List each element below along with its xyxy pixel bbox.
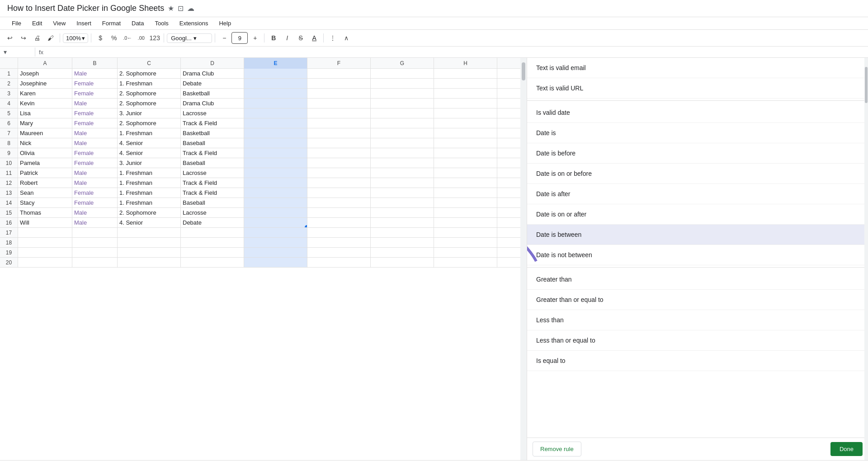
doc-title[interactable]: How to Insert Date Picker in Google Shee… (7, 4, 164, 13)
cell-activity[interactable]: Track & Field (181, 178, 244, 188)
cell-h[interactable] (434, 168, 497, 178)
cell-f[interactable] (307, 198, 371, 207)
col-header-d[interactable]: D (181, 58, 244, 69)
cell-g[interactable] (371, 188, 434, 198)
cell-g[interactable] (371, 89, 434, 98)
strikethrough-button[interactable]: S (294, 32, 307, 44)
cell-name[interactable]: Pamela (18, 158, 72, 168)
dropdown-item-text-valid-url[interactable]: Text is valid URL (527, 78, 868, 99)
cell-f[interactable] (307, 208, 371, 217)
menu-item-help[interactable]: Help (214, 18, 236, 28)
cell-ref-arrow[interactable]: ▾ (4, 48, 7, 56)
font-size-decrease-button[interactable]: − (218, 32, 231, 44)
font-size-increase-button[interactable]: + (249, 32, 261, 44)
redo-button[interactable]: ↪ (17, 32, 30, 44)
cell-name[interactable]: Kevin (18, 99, 72, 108)
empty-cell[interactable] (244, 228, 307, 237)
cell-f[interactable] (307, 69, 371, 78)
empty-cell[interactable] (434, 228, 497, 237)
col-header-g[interactable]: G (371, 58, 434, 69)
font-size-display[interactable]: 9 (231, 32, 248, 44)
cell-h[interactable] (434, 79, 497, 88)
cell-gender[interactable]: Female (72, 79, 118, 88)
col-header-c[interactable]: C (118, 58, 181, 69)
percent-button[interactable]: % (108, 32, 120, 44)
cell-grade[interactable]: 2. Sophomore (118, 89, 181, 98)
dropdown-item-greater-than[interactable]: Greater than (527, 269, 868, 290)
cell-h[interactable] (434, 108, 497, 118)
cell-g[interactable] (371, 198, 434, 207)
empty-cell[interactable] (181, 258, 244, 267)
empty-cell[interactable] (307, 238, 371, 247)
cell-g[interactable] (371, 148, 434, 158)
cell-name[interactable]: Thomas (18, 208, 72, 217)
cell-gender[interactable]: Female (72, 118, 118, 128)
cell-gender[interactable]: Male (72, 168, 118, 178)
cell-gender[interactable]: Male (72, 99, 118, 108)
cell-gender[interactable]: Female (72, 158, 118, 168)
cell-gender[interactable]: Male (72, 138, 118, 148)
empty-cell[interactable] (181, 228, 244, 237)
formula-input[interactable] (47, 49, 864, 56)
dropdown-item-date-is-between[interactable]: Date is between (527, 225, 868, 245)
more-options-button[interactable]: ⋮ (326, 32, 339, 44)
dropdown-item-less-than[interactable]: Less than (527, 310, 868, 330)
col-header-e[interactable]: E (244, 58, 307, 69)
cell-g[interactable] (371, 158, 434, 168)
cell-gender[interactable]: Male (72, 178, 118, 188)
cell-g[interactable] (371, 178, 434, 188)
cell-gender[interactable]: Female (72, 89, 118, 98)
cell-activity[interactable]: Debate (181, 79, 244, 88)
cell-grade[interactable]: 1. Freshman (118, 198, 181, 207)
empty-cell[interactable] (434, 238, 497, 247)
dropdown-item-date-is[interactable]: Date is (527, 123, 868, 143)
cell-h[interactable] (434, 158, 497, 168)
cell-name[interactable]: Will (18, 218, 72, 227)
decimal-dec-button[interactable]: .0← (121, 32, 134, 44)
zoom-selector[interactable]: 100% ▾ (63, 33, 88, 43)
cell-e[interactable] (244, 168, 307, 178)
cell-name[interactable]: Joseph (18, 69, 72, 78)
cell-f[interactable] (307, 128, 371, 138)
cell-reference-input[interactable] (9, 48, 31, 56)
cell-activity[interactable]: Track & Field (181, 188, 244, 198)
decimal-inc-button[interactable]: .00 (135, 32, 147, 44)
cell-activity[interactable]: Baseball (181, 198, 244, 207)
cell-grade[interactable]: 2. Sophomore (118, 69, 181, 78)
col-header-b[interactable]: B (72, 58, 118, 69)
folder-icon[interactable]: ⊡ (178, 4, 184, 13)
cell-e[interactable] (244, 99, 307, 108)
cell-gender[interactable]: Male (72, 69, 118, 78)
dropdown-item-is-equal-to[interactable]: Is equal to (527, 351, 868, 371)
cell-e[interactable] (244, 148, 307, 158)
cell-e[interactable] (244, 69, 307, 78)
collapse-button[interactable]: ∧ (340, 32, 353, 44)
cell-name[interactable]: Maureen (18, 128, 72, 138)
dropdown-item-greater-than-or-equal[interactable]: Greater than or equal to (527, 290, 868, 310)
cell-g[interactable] (371, 118, 434, 128)
cell-grade[interactable]: 1. Freshman (118, 168, 181, 178)
cell-activity[interactable]: Baseball (181, 158, 244, 168)
cell-h[interactable] (434, 118, 497, 128)
empty-cell[interactable] (434, 248, 497, 257)
cell-e[interactable] (244, 218, 307, 227)
empty-cell[interactable] (181, 248, 244, 257)
cell-h[interactable] (434, 69, 497, 78)
cell-gender[interactable]: Female (72, 198, 118, 207)
cell-f[interactable] (307, 138, 371, 148)
cell-e[interactable] (244, 89, 307, 98)
empty-cell[interactable] (371, 238, 434, 247)
dropdown-item-date-is-on-or-after[interactable]: Date is on or after (527, 204, 868, 225)
cell-grade[interactable]: 1. Freshman (118, 128, 181, 138)
cell-activity[interactable]: Basketball (181, 89, 244, 98)
empty-cell[interactable] (307, 248, 371, 257)
cell-gender[interactable]: Male (72, 128, 118, 138)
empty-cell[interactable] (307, 228, 371, 237)
cell-h[interactable] (434, 198, 497, 207)
cell-f[interactable] (307, 168, 371, 178)
font-selector[interactable]: Googl... ▾ (167, 33, 212, 43)
cell-f[interactable] (307, 79, 371, 88)
cell-f[interactable] (307, 89, 371, 98)
empty-cell[interactable] (244, 238, 307, 247)
cell-e[interactable] (244, 158, 307, 168)
